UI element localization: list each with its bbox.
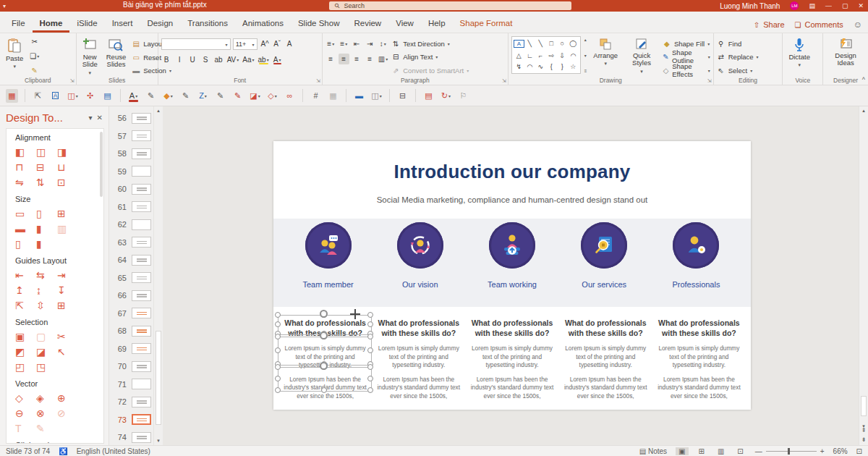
tab-transitions[interactable]: Transitions [180,14,235,33]
panel-tool-icon[interactable]: T [15,421,36,436]
change-case-icon[interactable]: Aa▾ [242,54,255,65]
outline-color-icon[interactable]: Z▾ [197,89,209,103]
panel-tool-icon[interactable]: ⇱ [15,297,36,313]
shapes-gallery[interactable]: A╲╲□○◯△∟⌐⇨⇩◠↯◠∿{}☆ [511,36,581,74]
align-center-icon[interactable]: ≡ [339,54,349,64]
quick-styles-button[interactable]: Quick Styles▾ [624,36,660,76]
text-column-1[interactable]: What do professionals with these skills … [281,318,370,401]
vision-icon[interactable] [397,222,443,269]
shape-icon[interactable]: □ [546,40,557,48]
reading-view-button[interactable]: ▥ [715,447,727,455]
text-highlight-icon[interactable]: ab▾ [258,54,270,65]
tab-review[interactable]: Review [346,14,388,33]
cut-button[interactable]: ✂ [29,36,40,47]
thumbnail-slide-67[interactable]: 67 [109,305,153,323]
zoom-in-icon[interactable]: + [820,447,825,455]
thumbnail-slide-65[interactable]: 65 [109,269,153,287]
panel-tool-icon[interactable]: ◪ [36,344,57,359]
fit-to-window-icon[interactable]: ⊡ [856,447,862,455]
panel-tool-icon[interactable]: ◧ [15,144,36,159]
align-card-icon[interactable]: ▬ [353,89,365,103]
thumbnail-slide-64[interactable]: 64 [109,251,153,269]
panel-tool-icon[interactable]: ⊞ [57,206,78,221]
panel-tool-icon[interactable]: ⇳ [36,297,57,313]
outline-eyedropper-icon[interactable]: ✎ [214,89,226,103]
thumbnail-slide-71[interactable]: 71 [109,376,153,394]
presenter-icon[interactable]: ⊟ [396,89,409,103]
panel-tool-icon[interactable]: ⊞ [57,297,78,313]
format-painter-button[interactable]: ✎ [29,65,40,76]
minimize-button[interactable]: — [825,2,832,9]
text-column-3[interactable]: What do professionals with these skills … [467,318,556,401]
ribbon-display-options-icon[interactable]: ▤ [809,2,815,9]
shape-fill-icon[interactable]: ◆Shape Fill▾ [663,38,710,48]
normal-view-button[interactable]: ▣ [676,447,688,455]
panel-tool-icon[interactable]: ⊗ [36,405,57,421]
notebook-icon[interactable]: ▤ [422,89,435,103]
tab-design[interactable]: Design [140,14,180,33]
shapes-gallery-scrollbar[interactable]: ▴▾≡ [584,36,588,74]
panel-tool-icon[interactable]: ↨ [36,282,57,297]
align-text-icon[interactable]: ⊟Align Text▾ [391,51,469,62]
panel-tool-icon[interactable]: ⊔ [57,159,78,174]
panel-tool-icon[interactable]: ↧ [57,282,78,297]
shape-icon[interactable]: ◯ [568,40,579,48]
scroll-thumb[interactable] [861,396,867,416]
justify-icon[interactable]: ≡ [365,54,375,64]
font-size-combo[interactable]: 11+▾ [233,38,258,50]
zoom-slider-thumb[interactable] [788,448,790,455]
insert-shape-icon[interactable]: ◫▾ [67,89,79,103]
slide-editor[interactable]: Introduction our company Social Media ma… [273,141,751,410]
panel-tool-icon[interactable]: ⊡ [57,174,78,190]
shape-effects-icon[interactable]: ◇Shape Effects▾ [663,64,710,76]
crop-icon[interactable]: # [310,89,322,103]
panel-tool-icon[interactable]: ◰ [15,359,36,374]
share-button[interactable]: ⇧Share [754,20,785,29]
resize-handle[interactable] [367,312,373,318]
panel-tool-icon[interactable]: ⇅ [36,174,57,190]
panel-tool-icon[interactable]: ⇥ [57,267,78,282]
convert-smartart-icon[interactable]: ⇗Convert to SmartArt▾ [391,65,469,76]
thumbnail-slide-70[interactable]: 70 [109,358,153,376]
drawing-dialog-launcher-icon[interactable]: ⇲ [707,78,712,84]
slide-subtitle[interactable]: Social Media marketing, compliance and h… [273,195,751,204]
shape-icon[interactable]: ⌐ [535,52,546,59]
picture-icon[interactable]: ▦ [327,89,339,103]
new-slide-button[interactable]: New Slide▾ [80,36,101,76]
shape-icon[interactable]: ☆ [568,63,579,70]
line-spacing-icon[interactable]: ↕▾ [378,38,388,49]
shape-icon[interactable]: ⇨ [546,52,557,59]
tab-shape-format[interactable]: Shape Format [453,14,520,33]
panel-tool-icon[interactable]: ◨ [57,144,78,159]
panel-tool-icon[interactable]: ↥ [15,282,36,297]
thumbnail-slide-62[interactable]: 62 [109,216,153,234]
panel-tool-icon[interactable]: ⊘ [57,405,78,421]
font-color-icon[interactable]: A▾ [272,54,283,65]
merge-shapes-icon[interactable]: ✣ [84,89,96,103]
panel-tool-icon[interactable]: ⇤ [15,267,36,282]
grow-font-icon[interactable]: A^ [260,39,271,50]
panel-tool-icon[interactable]: ▯ [15,236,36,251]
panel-tool-icon[interactable]: ◈ [36,390,57,405]
tab-home[interactable]: Home [33,14,70,33]
shape-tools-icon[interactable]: ◇▾ [266,89,278,103]
shape-icon[interactable]: ⇩ [557,52,568,59]
thumbnail-slide-60[interactable]: 60 [109,180,153,198]
shape-outline-icon[interactable]: ✎Shape Outline▾ [663,51,710,62]
notes-button[interactable]: ▤ Notes [639,447,667,455]
font-dialog-launcher-icon[interactable]: ⇲ [316,78,320,84]
fill-color-icon[interactable]: ◆▾ [162,89,174,103]
scroll-up-icon[interactable]: ▴ [859,108,868,114]
panel-tool-icon[interactable]: ⊟ [36,159,57,174]
text-box-icon[interactable]: A [49,89,61,103]
rotate-handle[interactable] [320,310,328,318]
thumbnail-scrollbar[interactable]: ▴ ▾ [153,106,163,445]
tab-animations[interactable]: Animations [235,14,291,33]
resize-handle[interactable] [275,312,281,318]
shape-icon[interactable]: ◠ [524,63,535,70]
thumbnail-slide-61[interactable]: 61 [109,198,153,216]
paragraph-dialog-launcher-icon[interactable]: ⇲ [502,78,506,84]
document-title[interactable]: Bài giảng về phím tắt.pptx [123,1,207,9]
panel-tool-icon[interactable]: ◳ [36,359,57,374]
professionals-icon[interactable] [673,222,719,269]
